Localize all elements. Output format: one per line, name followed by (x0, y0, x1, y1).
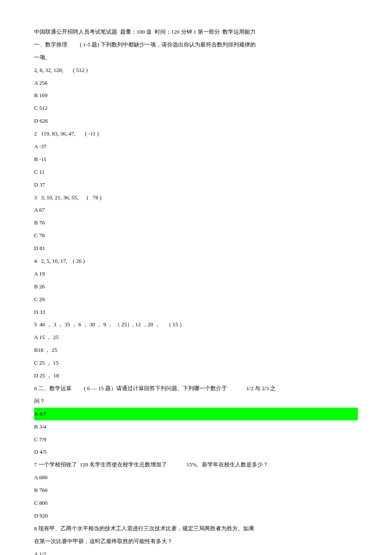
text-line: C 7/9 (34, 433, 358, 446)
text-line: D 37 (34, 178, 358, 191)
text-line: B 26 (34, 280, 358, 293)
text-line: A 67 (34, 204, 358, 216)
text-line: B 3/4 (34, 420, 358, 433)
text-line: 7 一个学校招收了 120 名学生而使在校学生总数增加了 15%。新学年在校生人… (34, 458, 358, 471)
text-line: 间？ (34, 395, 358, 408)
text-line: 中国联通公开招聘人员考试笔试题 题量：100 道 时间：120 分钟 1 第一部… (34, 26, 358, 38)
text-line: 3 3, 10, 21, 36, 55, ( 78 ) (34, 191, 358, 204)
text-line: A 15 ， 25 (34, 331, 358, 344)
text-line: D 25 ， 18 (34, 369, 358, 382)
text-line: 在第一次比赛中甲获，这时乙最终取胜的可能性有多大？ (34, 535, 358, 548)
text-line: C 512 (34, 102, 358, 115)
text-line: A 19 (34, 267, 358, 280)
text-line: 2, 8, 32, 128, ( 512 ) (34, 64, 358, 77)
text-line: D 33 (34, 306, 358, 319)
text-line: D 4/5 (34, 446, 358, 458)
text-line: B18 ， 25 (34, 344, 358, 357)
text-line: A 256 (34, 77, 358, 89)
text-line: B -11 (34, 153, 358, 166)
text-line: 4 2, 5, 10, 17, ( 26 ) (34, 255, 358, 267)
text-line: B 169 (34, 89, 358, 102)
text-line: A -37 (34, 140, 358, 153)
text-line: A 1/2 (34, 548, 358, 555)
text-line: A 680 (34, 471, 358, 484)
text-line: 5 40 ， 3 ， 35 ， 6 ， 30 ， 9 ， （ 25）, 12 ，… (34, 318, 358, 331)
text-line: D 920 (34, 509, 358, 522)
text-line: C 78 (34, 229, 358, 242)
text-line: 6 二、数学运算 ( 6 — 15 题）请通过计算回答下列问题。下列哪一个数介于… (34, 382, 358, 395)
text-line: C 800 (34, 497, 358, 509)
text-line: D 626 (34, 115, 358, 127)
text-line: C 25 ， 15 (34, 357, 358, 369)
text-line: A 4/7 (34, 408, 358, 420)
text-line: 2 119, 83, 36, 47, ( -11 ) (34, 127, 358, 140)
text-line: 一、数字推理 ( 1-5 题) 下列数列中都缺少一项，请你选出你认为最符合数列排… (34, 38, 358, 51)
text-line: 一项。 (34, 51, 358, 64)
text-line: D 81 (34, 242, 358, 255)
document-body: 中国联通公开招聘人员考试笔试题 题量：100 道 时间：120 分钟 1 第一部… (34, 26, 358, 555)
text-line: B 76 (34, 216, 358, 229)
text-line: B 760 (34, 484, 358, 497)
text-line: 8 现有甲、乙两个水平相当的技术工人需进行三次技术比赛，规定三局两胜者为胜方。如… (34, 522, 358, 535)
text-line: C 11 (34, 166, 358, 178)
text-line: C 29 (34, 293, 358, 306)
